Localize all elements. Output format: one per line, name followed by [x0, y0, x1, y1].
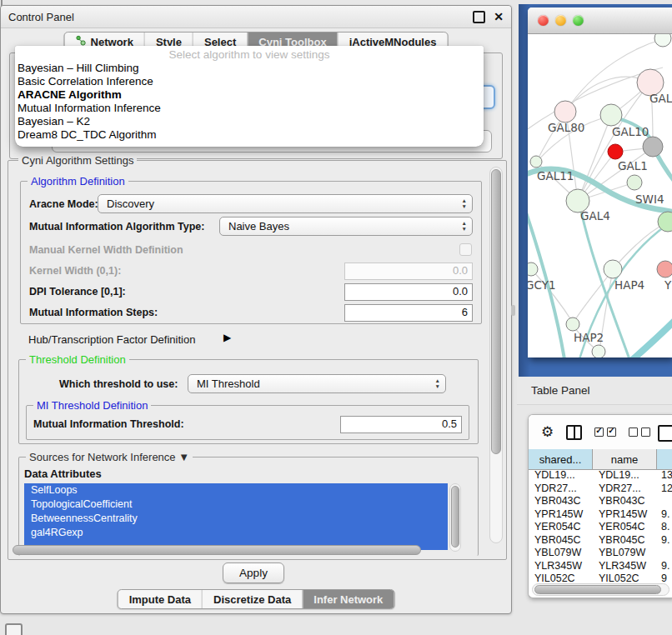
node-label: GCY1	[528, 278, 556, 292]
control-panel-titlebar: Control Panel ✕	[1, 6, 511, 28]
table-cell: YPR145W	[593, 508, 657, 522]
table-cell: 13	[657, 469, 672, 482]
network-node-gal11[interactable]	[530, 156, 542, 168]
select-all-columns-icon[interactable]	[594, 428, 616, 437]
network-node-gal80[interactable]	[554, 101, 576, 122]
algorithm-option-dream8-dc-tdc-algorithm[interactable]: Dream8 DC_TDC Algorithm	[15, 128, 484, 142]
algorithm-option-bayesian-k2[interactable]: Bayesian – K2	[15, 115, 484, 128]
node-label: SWI4	[635, 192, 664, 206]
aracne-mode-combobox[interactable]: Discovery ▲▼	[98, 194, 473, 213]
settings-group-title: Cyni Algorithm Settings	[18, 154, 137, 167]
partial-toolbar-icon[interactable]	[658, 425, 672, 442]
attribute-item-betweennesscentrality[interactable]: BetweennessCentrality	[24, 512, 448, 526]
collapsed-arrow-icon[interactable]: ▶	[223, 332, 231, 343]
threshold-definition-title: Threshold Definition	[26, 353, 129, 366]
deselect-all-columns-icon[interactable]	[629, 428, 650, 437]
tab-impute-data[interactable]: Impute Data	[118, 590, 202, 608]
tab-discretize-data[interactable]: Discretize Data	[202, 590, 302, 608]
aracne-mode-value: Discovery	[107, 198, 154, 210]
hub-definition-label[interactable]: Hub/Transcription Factor Definition	[28, 333, 195, 346]
table-cell: YBR043C	[529, 495, 593, 508]
apply-button[interactable]: Apply	[223, 562, 284, 583]
data-attributes-list[interactable]: SelfLoopsTopologicalCoefficientBetweenne…	[24, 483, 448, 550]
table-row[interactable]: YLR345WYLR345W9.	[529, 560, 672, 573]
mi-type-combobox[interactable]: Naive Bayes ▲▼	[219, 217, 473, 236]
bottom-tabstrip: Impute DataDiscretize DataInfer Network	[118, 589, 395, 609]
columns-icon[interactable]	[566, 425, 582, 440]
attributes-list-scrollbar[interactable]	[449, 483, 461, 552]
combo-arrows-icon: ▲▼	[462, 198, 467, 209]
manual-kernel-checkbox[interactable]	[459, 243, 472, 256]
mac-close-icon[interactable]	[538, 15, 549, 26]
desktop: { "colors":{ "selection_blue":"#3b6fd6",…	[0, 0, 672, 635]
combo-arrows-icon: ▲▼	[435, 378, 440, 389]
node-label: GAL10	[612, 125, 649, 138]
algorithm-popup-placeholder: Select algorithm to view settings	[15, 48, 484, 62]
algorithm-option-bayesian-hill-climbing[interactable]: Bayesian – Hill Climbing	[15, 62, 484, 75]
network-node-swi4[interactable]	[658, 212, 672, 232]
attribute-item-gal4rgexp[interactable]: gal4RGexp	[24, 526, 448, 540]
manual-kernel-label: Manual Kernel Width Definition	[29, 244, 183, 256]
column-header-name[interactable]: name	[593, 449, 657, 469]
float-window-icon[interactable]	[473, 11, 485, 23]
network-node-gal1[interactable]	[627, 175, 642, 190]
node-label: GAL11	[537, 169, 574, 182]
kernel-width-field[interactable]: 0.0	[344, 262, 473, 280]
table-row[interactable]: YER054CYER054C8.	[529, 521, 672, 534]
algorithm-option-aracne-algorithm[interactable]: ARACNE Algorithm	[15, 88, 484, 102]
algorithm-option-basic-correlation-inference[interactable]: Basic Correlation Inference	[15, 75, 484, 88]
algorithm-option-mutual-information-inference[interactable]: Mutual Information Inference	[15, 102, 484, 115]
network-canvas[interactable]: GALGAL80GAL10GAL11GAL1GAL4SWI4GCY1HAP4YH…	[528, 34, 672, 358]
network-node-gcy1[interactable]	[528, 262, 538, 276]
table-cell: YER054C	[593, 521, 657, 534]
table-cell: YDL19...	[529, 469, 593, 482]
mi-type-label: Mutual Information Algorithm Type:	[29, 221, 204, 232]
mi-threshold-definition-group: MI Threshold Definition Mutual Informati…	[26, 405, 469, 440]
close-window-icon[interactable]: ✕	[494, 12, 504, 22]
table-row[interactable]: YBR045CYBR045C9.	[529, 534, 672, 548]
column-header-partial[interactable]	[657, 449, 672, 469]
table-cell: YDR27...	[593, 482, 657, 496]
table-body: YDL19...YDL19...13YDR27...YDR27...12YBR0…	[529, 469, 672, 598]
network-window: GALGAL80GAL10GAL11GAL1GAL4SWI4GCY1HAP4YH…	[528, 8, 672, 358]
dpi-tolerance-label: DPI Tolerance [0,1]:	[29, 286, 126, 298]
table-horizontal-scrollbar[interactable]	[532, 583, 669, 596]
network-node-gal10[interactable]	[600, 104, 622, 126]
settings-vertical-scrollbar[interactable]	[489, 167, 503, 543]
table-row[interactable]: YBR043CYBR043C	[529, 495, 672, 508]
mi-threshold-definition-title: MI Threshold Definition	[33, 399, 151, 412]
column-header-shared[interactable]: shared...	[529, 449, 593, 469]
table-row[interactable]: YDL19...YDL19...13	[529, 469, 672, 482]
network-node[interactable]	[654, 34, 671, 47]
attribute-item-selfloops[interactable]: SelfLoops	[24, 483, 448, 498]
sources-group: Sources for Network Inference ▼ Data Att…	[18, 457, 479, 556]
network-node-hap4[interactable]	[604, 260, 622, 278]
mac-zoom-icon[interactable]	[573, 15, 584, 26]
expanded-arrow-icon[interactable]: ▼	[178, 451, 189, 463]
which-threshold-combobox[interactable]: MI Threshold ▲▼	[188, 374, 446, 393]
table-cell: 9.	[657, 508, 672, 522]
network-node[interactable]	[608, 144, 623, 159]
network-window-titlebar	[528, 8, 672, 34]
table-row[interactable]: YDR27...YDR27...12	[529, 482, 672, 496]
splitter-handle[interactable]	[511, 305, 515, 316]
settings-horizontal-scrollbar[interactable]	[11, 544, 486, 556]
network-node-hap2[interactable]	[566, 318, 579, 331]
network-node-y[interactable]	[657, 261, 672, 278]
tab-infer-network[interactable]: Infer Network	[302, 590, 394, 608]
network-node[interactable]	[592, 345, 605, 358]
dpi-tolerance-field[interactable]: 0.0	[344, 283, 473, 301]
data-attributes-label: Data Attributes	[24, 468, 102, 480]
minimized-panel-icon[interactable]	[5, 623, 23, 635]
mi-steps-field[interactable]: 6	[344, 304, 473, 322]
which-threshold-value: MI Threshold	[197, 378, 260, 390]
network-node[interactable]	[643, 137, 663, 157]
node-label: HAP4	[614, 278, 644, 292]
aracne-mode-label: Aracne Mode:	[29, 198, 98, 210]
table-row[interactable]: YBL079WYBL079W	[529, 547, 672, 560]
table-row[interactable]: YPR145WYPR145W9.	[529, 508, 672, 522]
attribute-item-topologicalcoefficient[interactable]: TopologicalCoefficient	[24, 498, 448, 512]
gear-icon[interactable]: ⚙	[541, 425, 554, 439]
mi-threshold-field[interactable]: 0.5	[340, 416, 462, 433]
mac-minimize-icon[interactable]	[555, 15, 566, 26]
